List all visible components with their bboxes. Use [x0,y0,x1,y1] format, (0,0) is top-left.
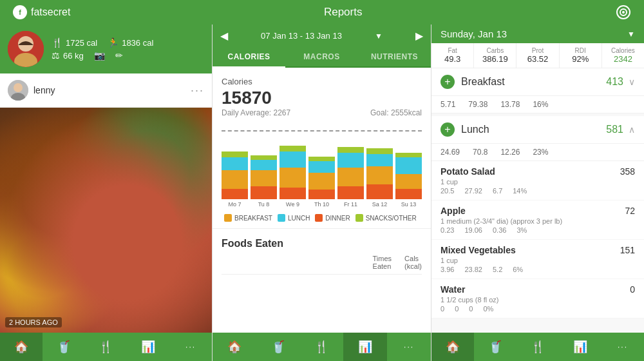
summary-label: RDI [562,47,599,54]
cals-header: Cals(kcal) [404,255,422,270]
salmon-image [0,108,212,333]
macro-value: 23% [533,148,548,157]
summary-label: Calories [605,47,641,54]
bar-group: We 9 [279,141,306,208]
bar-segment [366,154,393,167]
target-icon [616,5,631,20]
target-icon-container [616,5,631,20]
right-bottom-nav: 🏠 🥤 🍴 📊 ··· [431,333,644,361]
nav-reports[interactable]: 📊 [127,333,169,361]
tab-macros[interactable]: MACROS [285,47,358,66]
bar-segment [308,157,335,161]
mid-nav-reports[interactable]: 📊 [343,333,387,361]
meal-macros: 24.6970.812.2623% [431,144,644,161]
legend-color [315,214,323,222]
food-detail: 1 medium (2-3/4" dia) (approx 3 per lb) [440,217,635,225]
tab-bar: CALORIES MACROS NUTRIENTS [213,47,431,68]
food-macro-value: 6% [513,266,523,273]
goal-line [222,130,422,132]
legend-label: BREAKFAST [234,215,272,222]
period-dropdown-arrow[interactable]: ▼ [375,32,383,41]
meal-chevron[interactable]: ∧ [629,124,635,135]
meal-header-breakfast[interactable]: +Breakfast413∨ [431,68,644,96]
meal-header-lunch[interactable]: +Lunch581∧ [431,116,644,144]
bar-segment [222,170,248,189]
summary-value: 63.52 [519,54,556,64]
bar-group: Th 10 [308,141,335,208]
summary-value: 49.3 [434,54,471,64]
meal-section-lunch: +Lunch581∧24.6970.812.2623%Potato Salad3… [431,116,644,318]
summary-stat-calories: Calories2342 [602,43,644,68]
meal-add-button[interactable]: + [440,122,455,137]
bar-segment [366,166,393,184]
tab-nutrients[interactable]: NUTRIENTS [358,47,431,66]
mid-nav-more[interactable]: ··· [387,333,431,361]
right-nav-home[interactable]: 🏠 [431,333,474,361]
chart-title: Calories [222,77,422,86]
food-macro-value: 19.06 [464,226,482,234]
chart-total-calories: 15870 [222,88,422,108]
food-image: 2 HOURS AGO [0,108,212,333]
food-item[interactable]: Potato Salad3581 cup20.527.926.714% [431,161,644,200]
meal-add-button[interactable]: + [440,75,455,89]
period-next-button[interactable]: ▶ [415,30,423,42]
food-item[interactable]: Mixed Vegetables1511 cup3.9623.825.26% [431,240,644,279]
nav-food-log[interactable]: 🥤 [43,333,85,361]
mid-nav-food[interactable]: 🥤 [256,333,300,361]
food-macro-value: 5.2 [493,266,502,273]
right-nav-more[interactable]: ··· [601,333,644,361]
bar-label: Th 10 [314,201,329,208]
legend-item: LUNCH [278,214,310,222]
nav-home[interactable]: 🏠 [0,333,43,361]
daily-avg-label: Daily Average: 2267 [222,108,290,117]
right-nav-food[interactable]: 🥤 [474,333,516,361]
period-text: 07 Jan 13 - 13 Jan 13 [261,31,342,41]
tab-calories[interactable]: CALORIES [213,47,285,68]
summary-stat-carbs: Carbs386.19 [474,43,516,68]
food-macro-value: 0 [469,305,473,313]
bar-segment [308,161,335,173]
bar-group: Mo 7 [222,141,248,208]
fork-icon: 🍴 [52,37,62,48]
nav-more[interactable]: ··· [169,333,212,361]
macro-value: 13.78 [500,100,520,109]
main-content: 🍴 1725 cal 🏃 1836 cal ⚖ 66 kg [0,24,644,361]
right-nav-meals[interactable]: 🍴 [516,333,559,361]
date-row: Sunday, Jan 13 ▼ [440,28,635,39]
legend-color [224,214,232,222]
summary-label: Fat [434,47,471,54]
more-options[interactable]: ··· [191,84,204,97]
summary-stats: Fat49.3Carbs386.19Prot63.52RDI92%Calorie… [431,43,644,68]
right-panel: Sunday, Jan 13 ▼ Fat49.3Carbs386.19Prot6… [431,24,644,361]
summary-value: 92% [562,54,599,64]
bar-stack [308,141,335,199]
food-name: Water [440,284,465,295]
mid-nav-home[interactable]: 🏠 [213,333,256,361]
bar-segment [395,157,422,174]
right-nav-reports[interactable]: 📊 [559,333,601,361]
bar-segment [308,173,335,190]
friend-avatar [8,80,28,101]
mid-nav-meals[interactable]: 🍴 [300,333,344,361]
stats-row-1: 🍴 1725 cal 🏃 1836 cal [52,37,204,48]
meal-chevron[interactable]: ∨ [629,77,635,87]
legend-label: DINNER [325,215,350,222]
summary-label: Prot [519,47,556,54]
bar-stack [395,141,422,199]
meal-name: Breakfast [461,76,606,88]
period-prev-button[interactable]: ◀ [220,30,228,42]
food-item[interactable]: Apple721 medium (2-3/4" dia) (approx 3 p… [431,200,644,240]
nav-meals[interactable]: 🍴 [85,333,128,361]
bar-stack [337,141,364,199]
bar-group: Sa 12 [366,141,393,208]
food-item-header: Apple72 [440,206,635,216]
foods-section: Foods Eaten TimesEaten Cals(kcal) [213,228,431,284]
date-dropdown-arrow[interactable]: ▼ [627,30,635,39]
food-item[interactable]: Water01 1/2 cups (8 fl oz)0000% [431,279,644,318]
logo-section: f fatsecret [13,5,70,19]
run-icon: 🏃 [108,37,118,48]
goal-label: Goal: 2555kcal [370,108,422,117]
bar-segment [222,157,248,170]
food-macros: 20.527.926.714% [440,187,635,195]
food-macro-value: 6.7 [493,187,502,195]
